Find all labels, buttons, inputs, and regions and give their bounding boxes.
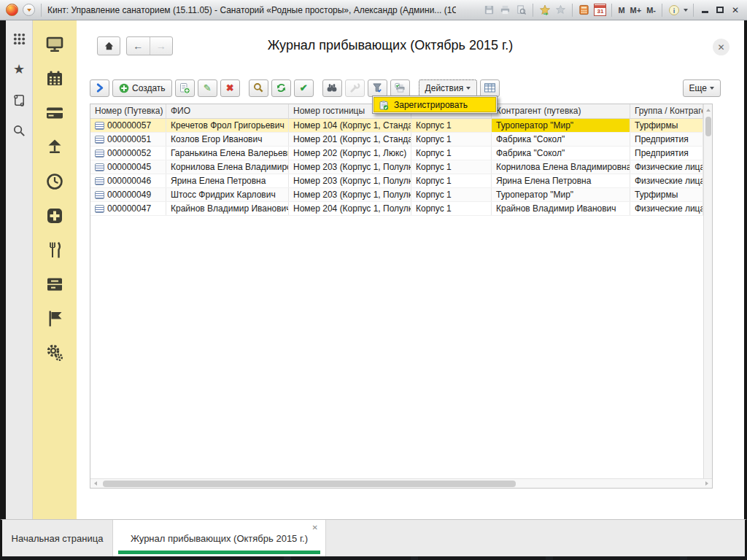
- cell-room[interactable]: Номер 203 (Корпус 1, Полулю...: [289, 160, 411, 174]
- close-button[interactable]: ✕: [729, 5, 741, 15]
- cell-contractor[interactable]: Фабрика "Сокол": [492, 147, 630, 160]
- cell-group[interactable]: Предприятия: [630, 147, 703, 160]
- table-row[interactable]: 000000051Козлов Егор ИвановичНомер 201 (…: [90, 133, 703, 147]
- cell-contractor[interactable]: Корнилова Елена Владимировна: [492, 160, 630, 174]
- cell-building[interactable]: Корпус 1: [411, 174, 492, 187]
- cell-number[interactable]: 000000047: [90, 202, 166, 215]
- calendar-icon[interactable]: [45, 69, 64, 88]
- cell-room[interactable]: Номер 204 (Корпус 1, Полулю...: [289, 202, 411, 215]
- cell-room[interactable]: Номер 104 (Корпус 1, Станда...: [289, 119, 411, 132]
- menu-item-register[interactable]: Зарегистрировать: [374, 97, 496, 112]
- cell-building[interactable]: Корпус 1: [411, 160, 492, 174]
- scroll-up-icon[interactable]: [706, 109, 711, 112]
- cabinet-icon[interactable]: [45, 275, 64, 294]
- cell-group[interactable]: Турфирмы: [630, 188, 703, 201]
- scroll-left-icon[interactable]: [94, 481, 97, 486]
- clock-icon[interactable]: [45, 172, 64, 191]
- tab-home-page[interactable]: Начальная страница: [2, 520, 113, 556]
- cell-group[interactable]: Предприятия: [630, 133, 703, 146]
- cell-building[interactable]: Корпус 1: [411, 119, 492, 132]
- cell-number[interactable]: 000000051: [90, 133, 166, 146]
- show-panel-button[interactable]: [90, 79, 109, 97]
- cell-contractor[interactable]: Туроператор "Мир": [492, 188, 630, 201]
- save-icon[interactable]: [483, 4, 495, 16]
- tab-close-icon[interactable]: ✕: [312, 524, 318, 532]
- restaurant-icon[interactable]: [45, 241, 64, 260]
- cell-room[interactable]: Номер 203 (Корпус 1, Полулю...: [289, 174, 411, 187]
- history-icon[interactable]: [11, 92, 27, 108]
- minimize-button[interactable]: [699, 5, 711, 15]
- cell-number[interactable]: 000000046: [90, 174, 166, 187]
- calendar-icon[interactable]: 31: [594, 4, 606, 16]
- flag-icon[interactable]: [45, 309, 64, 328]
- cell-room[interactable]: Номер 201 (Корпус 1, Станда...: [289, 133, 411, 146]
- main-menu-button[interactable]: [23, 4, 35, 16]
- edit-button[interactable]: ✎: [198, 79, 217, 97]
- filter-button[interactable]: [368, 79, 387, 97]
- copy-button[interactable]: [175, 79, 195, 97]
- table-row[interactable]: 000000047Крайнов Владимир ИвановичНомер …: [90, 202, 703, 216]
- home-button[interactable]: [97, 36, 120, 55]
- refresh-button[interactable]: [271, 79, 291, 97]
- column-header-number[interactable]: Номер (Путевка): [90, 104, 166, 118]
- cell-room[interactable]: Номер 202 (Корпус 1, Люкс): [289, 147, 411, 160]
- cell-fio[interactable]: Козлов Егор Иванович: [166, 133, 289, 146]
- calculator-icon[interactable]: [578, 4, 590, 16]
- cell-group[interactable]: Физические лица: [630, 160, 703, 174]
- add-favorite-icon[interactable]: [538, 4, 551, 16]
- column-header-fio[interactable]: ФИО: [166, 104, 289, 118]
- cell-number[interactable]: 000000057: [90, 119, 166, 132]
- cell-room[interactable]: Номер 203 (Корпус 1, Полулю...: [289, 188, 411, 201]
- apps-grid-icon[interactable]: [11, 31, 27, 47]
- cell-contractor[interactable]: Туроператор "Мир": [492, 119, 630, 132]
- cell-fio[interactable]: Штосс Фридрих Карлович: [166, 188, 289, 201]
- info-icon[interactable]: i: [667, 4, 680, 16]
- monitor-icon[interactable]: [45, 35, 64, 54]
- table-row[interactable]: 000000049Штосс Фридрих КарловичНомер 203…: [90, 188, 703, 202]
- print-register-button[interactable]: [390, 79, 410, 97]
- tab-arrivals-journal[interactable]: Журнал прибывающих (Октябрь 2015 г.) ✕: [113, 520, 326, 556]
- cell-group[interactable]: Турфирмы: [630, 119, 703, 132]
- horizontal-scrollbar[interactable]: [90, 478, 712, 488]
- cell-number[interactable]: 000000049: [90, 188, 166, 201]
- star-icon[interactable]: ★: [11, 61, 27, 77]
- table-row[interactable]: 000000052Гаранькина Елена ВалерьевнаНоме…: [90, 147, 703, 160]
- memory-m-button[interactable]: M: [617, 6, 625, 15]
- more-button[interactable]: Еще: [683, 79, 721, 97]
- cell-fio[interactable]: Ярина Елена Петровна: [166, 174, 289, 187]
- cell-number[interactable]: 000000045: [90, 160, 166, 174]
- cell-fio[interactable]: Кречетов Фрол Григорьевич: [166, 119, 289, 132]
- cell-fio[interactable]: Гаранькина Елена Валерьевна: [166, 147, 289, 160]
- delete-button[interactable]: ✖: [220, 79, 240, 97]
- memory-mplus-button[interactable]: M+: [630, 6, 643, 15]
- cell-fio[interactable]: Корнилова Елена Владимиро...: [166, 160, 289, 174]
- cell-group[interactable]: Физические лица: [630, 202, 703, 215]
- table-settings-button[interactable]: [480, 79, 500, 97]
- memory-mminus-button[interactable]: M-: [646, 6, 657, 15]
- medical-plus-icon[interactable]: [45, 206, 64, 225]
- back-button[interactable]: ←: [127, 37, 150, 55]
- column-header-contractor[interactable]: Контрагент (путевка): [492, 104, 630, 118]
- table-row[interactable]: 000000046Ярина Елена ПетровнаНомер 203 (…: [90, 174, 703, 188]
- maximize-button[interactable]: [714, 5, 726, 15]
- print-icon[interactable]: [499, 4, 511, 16]
- confirm-button[interactable]: ✔: [294, 79, 314, 97]
- print-preview-icon[interactable]: [515, 4, 527, 16]
- search-icon[interactable]: [11, 122, 27, 139]
- vertical-scrollbar[interactable]: [703, 104, 712, 478]
- column-header-group[interactable]: Группа / Контрагент (: [630, 104, 703, 118]
- vertical-scroll-thumb[interactable]: [705, 117, 711, 136]
- cell-contractor[interactable]: Крайнов Владимир Иванович: [492, 202, 630, 215]
- horizontal-scroll-thumb[interactable]: [103, 481, 516, 487]
- create-button[interactable]: Создать: [112, 79, 172, 97]
- favorites-icon[interactable]: [554, 4, 567, 16]
- cell-contractor[interactable]: Фабрика "Сокол": [492, 133, 630, 146]
- settings-wrench-button[interactable]: [345, 79, 365, 97]
- chevron-down-icon[interactable]: [684, 9, 688, 12]
- payment-card-icon[interactable]: [45, 104, 64, 122]
- actions-button[interactable]: Действия: [419, 79, 478, 97]
- cell-number[interactable]: 000000052: [90, 147, 166, 160]
- form-close-button[interactable]: ✕: [713, 39, 729, 55]
- cell-group[interactable]: Физические лица: [630, 174, 703, 187]
- cell-building[interactable]: Корпус 1: [411, 188, 492, 201]
